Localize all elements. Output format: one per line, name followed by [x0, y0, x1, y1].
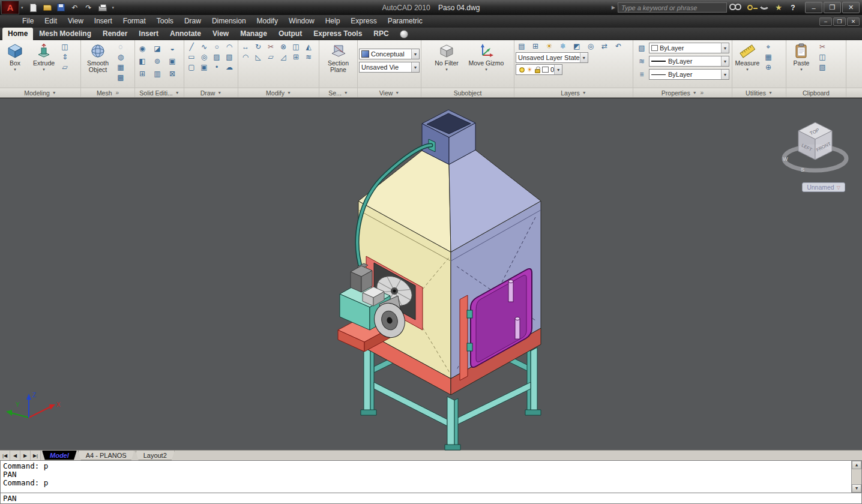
- panel-label-section[interactable]: Se... ▼: [319, 88, 357, 97]
- panel-label-modify[interactable]: Modify ▼: [238, 88, 319, 97]
- lineweight-dropdown[interactable]: ByLayer ▼: [649, 56, 729, 67]
- draw-circle-icon[interactable]: ○: [211, 41, 223, 52]
- mesh-add-crease-icon[interactable]: ▩: [115, 72, 127, 82]
- menu-item-dimension[interactable]: Dimension: [206, 15, 252, 28]
- chevron-down-icon[interactable]: ▾: [21, 5, 23, 10]
- rtab-home[interactable]: Home: [2, 28, 33, 40]
- rtab-manage[interactable]: Manage: [235, 28, 273, 40]
- menu-item-parametric[interactable]: Parametric: [382, 15, 428, 28]
- menu-item-insert[interactable]: Insert: [89, 15, 118, 28]
- panel-label-subobject[interactable]: Subobject: [421, 88, 514, 97]
- draw-region-icon[interactable]: ▣: [198, 62, 210, 72]
- ribbon-minimize-icon[interactable]: [400, 30, 408, 38]
- panel-label-clipboard[interactable]: Clipboard: [786, 88, 846, 97]
- doc-restore-button[interactable]: ❐: [833, 17, 846, 26]
- modify-scale-icon[interactable]: ◿: [277, 52, 289, 62]
- copy-clip-icon[interactable]: ◫: [816, 52, 828, 62]
- solid-extract-edges-icon[interactable]: ⊞: [136, 68, 148, 79]
- tab-prev-button[interactable]: ◀: [10, 451, 20, 460]
- maximize-button[interactable]: ❐: [824, 2, 841, 13]
- mesh-smooth-more-icon[interactable]: ◌: [115, 41, 127, 52]
- ltab-model[interactable]: Model: [42, 451, 77, 460]
- compass-west-label[interactable]: W: [783, 156, 788, 162]
- layer-freeze-icon[interactable]: ❄: [557, 41, 569, 51]
- named-view-button[interactable]: Unnamed ▽: [802, 182, 845, 192]
- command-history[interactable]: Command: p PAN Command: p ▲ ▼: [0, 460, 862, 493]
- menu-item-view[interactable]: View: [62, 15, 89, 28]
- panel-label-solid[interactable]: Solid Editi... ▼: [135, 88, 184, 97]
- close-button[interactable]: ✕: [842, 2, 860, 13]
- tab-last-button[interactable]: ▶|: [31, 451, 41, 460]
- open-button[interactable]: [41, 2, 53, 13]
- solid-interfere-icon[interactable]: ⊚: [151, 56, 163, 66]
- menu-item-express[interactable]: Express: [345, 15, 382, 28]
- rtab-mesh-modeling[interactable]: Mesh Modeling: [34, 28, 97, 40]
- redo-button[interactable]: ↷: [83, 2, 95, 13]
- chevron-down-icon[interactable]: ▾: [112, 5, 115, 10]
- lock-icon[interactable]: [535, 69, 540, 73]
- box-button[interactable]: Box ▾: [1, 41, 29, 72]
- layer-state-dropdown[interactable]: Unsaved Layer State ▼: [516, 52, 588, 63]
- move-gizmo-button[interactable]: Move Gizmo ▾: [468, 41, 504, 72]
- layer-previous-icon[interactable]: ↶: [612, 41, 624, 51]
- new-button[interactable]: [28, 2, 40, 13]
- quick-select-icon[interactable]: ⌖: [762, 41, 774, 52]
- planar-surface-icon[interactable]: ▱: [59, 62, 71, 72]
- layer-dropdown[interactable]: ☀ 0 ▼: [516, 64, 562, 75]
- modify-trim-icon[interactable]: ✂: [265, 41, 277, 52]
- named-view-dropdown[interactable]: Unsaved Vie ▼: [359, 62, 420, 73]
- layer-new-icon[interactable]: ⊞: [529, 41, 541, 51]
- solid-intersect-icon[interactable]: ◒: [166, 43, 178, 53]
- scroll-up-icon[interactable]: ▲: [852, 461, 861, 469]
- menu-item-format[interactable]: Format: [118, 15, 151, 28]
- panel-label-draw[interactable]: Draw ▼: [184, 88, 238, 97]
- plot-button[interactable]: [97, 2, 109, 13]
- paste-button[interactable]: Paste ▾: [788, 41, 815, 72]
- autocad-logo-icon[interactable]: A: [1, 1, 19, 14]
- id-point-icon[interactable]: ⊕: [762, 62, 774, 72]
- modify-fillet-icon[interactable]: ◠: [240, 52, 252, 62]
- menu-item-draw[interactable]: Draw: [179, 15, 206, 28]
- panel-label-utilities[interactable]: Utilities ▼: [732, 88, 786, 97]
- solid-subtract-icon[interactable]: ◪: [151, 43, 163, 53]
- command-scrollbar[interactable]: ▲ ▼: [851, 461, 861, 493]
- search-input[interactable]: [618, 2, 727, 13]
- mesh-refine-icon[interactable]: ▦: [115, 62, 127, 72]
- panel-label-layers[interactable]: Layers ▼: [514, 88, 633, 97]
- modify-rotate-icon[interactable]: ↻: [252, 41, 264, 52]
- draw-line-icon[interactable]: ╱: [185, 41, 197, 52]
- modify-move-icon[interactable]: ↔: [240, 41, 252, 52]
- draw-rectangle-icon[interactable]: ▭: [185, 52, 197, 62]
- match-properties-icon[interactable]: ▧: [636, 43, 648, 53]
- modify-chamfer-icon[interactable]: ◺: [252, 52, 264, 62]
- search-button[interactable]: [729, 2, 741, 13]
- draw-hatch-icon[interactable]: ▨: [211, 52, 223, 62]
- ltab-layout2[interactable]: Layout2: [136, 451, 175, 460]
- object-color-dropdown[interactable]: ByLayer ▼: [649, 43, 729, 53]
- solid-union-icon[interactable]: ◉: [136, 43, 148, 53]
- no-filter-button[interactable]: No Filter ▾: [431, 41, 462, 72]
- undo-button[interactable]: ↶: [69, 2, 81, 13]
- draw-ellipse-icon[interactable]: ◎: [198, 52, 210, 62]
- visual-style-dropdown[interactable]: Conceptual ▼: [359, 49, 420, 59]
- modify-mirror-icon[interactable]: ◭: [303, 41, 315, 52]
- infocenter-expand-icon[interactable]: ▶: [612, 5, 615, 10]
- rtab-output[interactable]: Output: [273, 28, 307, 40]
- layer-off-icon[interactable]: ☀: [543, 41, 555, 51]
- draw-gradient-icon[interactable]: ▧: [223, 52, 235, 62]
- help-button[interactable]: ?: [787, 2, 799, 13]
- measure-button[interactable]: Measure ▾: [734, 41, 761, 72]
- command-input[interactable]: PAN: [0, 493, 862, 504]
- solid-thicken-icon[interactable]: ▣: [166, 56, 178, 66]
- linetype-icon[interactable]: ≡: [636, 70, 648, 80]
- menu-item-modify[interactable]: Modify: [252, 15, 283, 28]
- modify-erase-icon[interactable]: ⊗: [277, 41, 289, 52]
- doc-minimize-button[interactable]: –: [819, 17, 832, 26]
- rtab-insert[interactable]: Insert: [133, 28, 164, 40]
- view-cube[interactable]: W S TOP LEFT FRONT: [778, 115, 856, 178]
- linetype-dropdown[interactable]: ByLayer ▼: [649, 69, 729, 80]
- modify-array-icon[interactable]: ⊞: [290, 52, 302, 62]
- doc-close-button[interactable]: ✕: [847, 17, 860, 26]
- menu-item-tools[interactable]: Tools: [151, 15, 179, 28]
- rtab-view[interactable]: View: [207, 28, 234, 40]
